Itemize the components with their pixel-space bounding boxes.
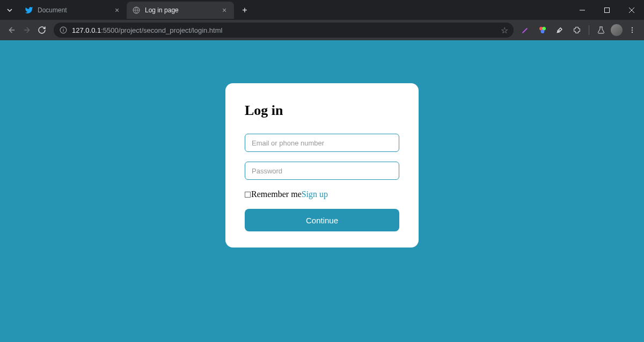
extensions-button[interactable] <box>569 23 584 38</box>
tab-login-page[interactable]: Log in page × <box>127 2 234 19</box>
toolbar-divider <box>589 25 589 35</box>
password-field[interactable] <box>245 162 399 180</box>
info-icon[interactable] <box>59 26 68 34</box>
url-text: 127.0.0.1:5500/project/second_project/lo… <box>72 26 501 34</box>
globe-icon <box>132 6 141 14</box>
browser-chrome: Document × Log in page × + <box>0 0 644 40</box>
close-icon[interactable]: × <box>113 6 121 14</box>
svg-rect-1 <box>605 8 610 12</box>
tab-title: Log in page <box>145 6 217 14</box>
menu-button[interactable] <box>625 23 640 38</box>
remember-checkbox[interactable] <box>245 192 251 198</box>
maximize-icon <box>604 8 610 13</box>
arrow-right-icon <box>23 26 31 34</box>
login-title: Log in <box>245 103 399 119</box>
login-card: Log in Remember meSign up Continue <box>225 83 419 248</box>
continue-button[interactable]: Continue <box>245 209 399 231</box>
toolbar-extensions <box>518 23 640 38</box>
tab-document[interactable]: Document × <box>19 2 127 19</box>
close-icon <box>629 8 634 13</box>
maximize-button[interactable] <box>595 1 619 19</box>
forward-button[interactable] <box>19 23 34 38</box>
svg-point-6 <box>632 27 633 28</box>
reload-icon <box>38 26 46 34</box>
tab-bar: Document × Log in page × + <box>0 0 644 20</box>
profile-avatar[interactable] <box>611 24 623 36</box>
reload-button[interactable] <box>34 23 49 38</box>
svg-point-8 <box>632 32 633 33</box>
remember-label: Remember me <box>251 190 302 199</box>
close-button[interactable] <box>619 1 644 19</box>
kebab-icon <box>628 26 636 34</box>
close-icon[interactable]: × <box>220 6 229 14</box>
extension-eyedropper-icon[interactable] <box>552 23 567 38</box>
svg-point-7 <box>632 30 633 31</box>
twitter-icon <box>25 6 33 14</box>
chevron-down-icon <box>6 7 13 13</box>
extension-pen-icon[interactable] <box>518 23 533 38</box>
new-tab-button[interactable]: + <box>237 3 252 18</box>
minimize-icon <box>580 8 585 13</box>
search-tabs-button[interactable] <box>3 4 16 17</box>
url-bar[interactable]: 127.0.0.1:5500/project/second_project/lo… <box>54 23 514 38</box>
email-field[interactable] <box>245 134 399 152</box>
minimize-button[interactable] <box>570 1 595 19</box>
page-content: Log in Remember meSign up Continue <box>0 40 644 342</box>
remember-row: Remember meSign up <box>245 190 399 199</box>
tab-title: Document <box>38 6 109 14</box>
window-controls <box>570 0 644 20</box>
address-bar: 127.0.0.1:5500/project/second_project/lo… <box>0 20 644 40</box>
labs-icon[interactable] <box>594 23 609 38</box>
extension-color-icon[interactable] <box>535 23 550 38</box>
svg-point-5 <box>541 30 545 33</box>
signup-link[interactable]: Sign up <box>302 190 328 199</box>
arrow-left-icon <box>8 26 16 34</box>
bookmark-star-icon[interactable]: ☆ <box>501 25 508 35</box>
back-button[interactable] <box>4 23 19 38</box>
